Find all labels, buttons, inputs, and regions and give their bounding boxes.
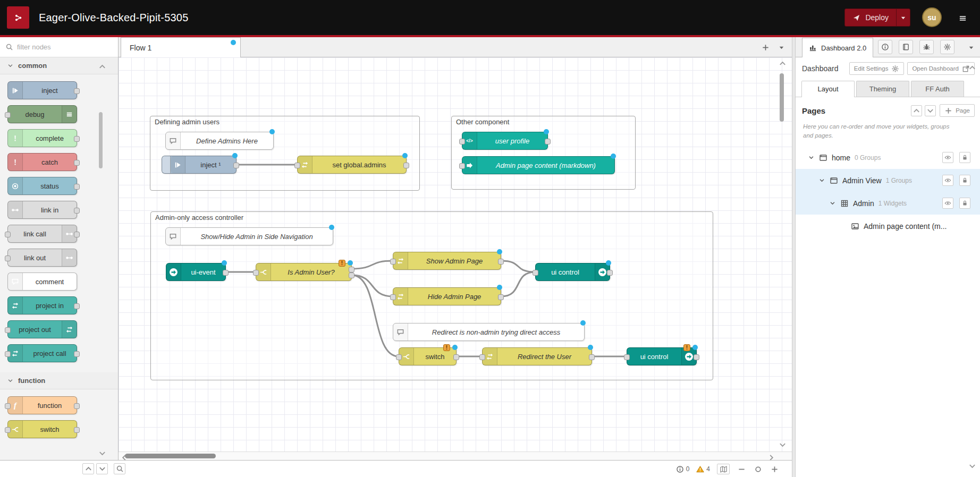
h-scrollbar-thumb[interactable] [125, 454, 216, 458]
palette-scroll-down-icon[interactable] [98, 449, 106, 457]
open-dashboard-button[interactable]: Open Dashboard [907, 62, 975, 75]
flow-node-comment-define-admins[interactable]: Define Admins Here [165, 132, 274, 150]
lock-button[interactable] [959, 175, 970, 186]
flow-node-ui-control-1[interactable]: ui control [535, 263, 610, 281]
flow-node-set-global-admins[interactable]: set global.admins [297, 156, 407, 174]
visibility-button[interactable] [942, 175, 953, 186]
minimap-button[interactable] [717, 464, 730, 474]
tab-ff-auth[interactable]: FF Auth [911, 81, 964, 97]
input-port[interactable] [5, 255, 11, 261]
input-port[interactable] [5, 232, 11, 237]
input-port[interactable] [253, 270, 259, 276]
canvas-vertical-scrollbar[interactable] [780, 73, 784, 122]
palette-scrollbar[interactable] [99, 112, 103, 168]
deploy-options-button[interactable] [896, 9, 910, 26]
palette-node-catch[interactable]: catch [7, 153, 77, 171]
flow-node-admin-page-content[interactable]: Admin page content (markdown) [462, 156, 615, 174]
output-port[interactable] [74, 403, 80, 409]
wire[interactable] [501, 272, 535, 296]
palette-node-link-call[interactable]: link call [7, 225, 77, 243]
move-up-button[interactable] [911, 105, 922, 116]
input-port[interactable] [396, 354, 402, 360]
chevron-down-icon[interactable] [830, 200, 836, 206]
zoom-in-button[interactable] [770, 464, 779, 474]
zoom-out-button[interactable] [737, 464, 746, 474]
input-port[interactable] [533, 270, 538, 276]
output-port[interactable] [233, 163, 239, 168]
output-port[interactable] [74, 303, 80, 309]
main-menu-button[interactable] [954, 11, 970, 25]
input-port[interactable] [390, 294, 396, 300]
output-port[interactable] [74, 232, 80, 237]
output-port[interactable] [74, 160, 80, 166]
tab-theming[interactable]: Theming [856, 81, 909, 97]
wire[interactable] [352, 275, 399, 356]
flow-node-show-admin-page[interactable]: Show Admin Page [393, 252, 501, 270]
output-port[interactable] [74, 136, 80, 142]
palette-node-comment[interactable]: comment [7, 272, 77, 291]
collapse-up-button[interactable] [82, 463, 94, 474]
user-avatar[interactable]: su [922, 7, 942, 27]
input-port[interactable] [5, 403, 11, 409]
flow-canvas[interactable]: Defining admin usersOther componentAdmin… [119, 57, 792, 452]
palette-scroll-up-icon[interactable] [98, 63, 106, 71]
sidebar-tabs-menu-button[interactable] [967, 44, 975, 52]
flow-node-comment-show-hide[interactable]: Show/Hide Admin in Side Navigation [165, 227, 333, 245]
tab-dashboard-2[interactable]: Dashboard 2.0 [802, 38, 873, 57]
output-port[interactable] [545, 139, 551, 144]
sidebar-splitter[interactable] [792, 37, 796, 477]
lock-button[interactable] [959, 198, 970, 209]
inject-trigger-button[interactable] [162, 156, 171, 173]
output-port[interactable] [607, 270, 613, 276]
sidebar-scroll-up-icon[interactable] [968, 64, 976, 72]
palette-node-complete[interactable]: complete [7, 129, 77, 147]
move-down-button[interactable] [925, 105, 936, 116]
flow-node-switch[interactable]: switch! [399, 347, 457, 365]
edit-settings-button[interactable]: Edit Settings [849, 62, 905, 75]
flow-node-comment-redirect[interactable]: Redirect is non-admin trying direct acce… [393, 323, 585, 341]
settings-button[interactable] [940, 40, 954, 54]
footer-search-button[interactable] [114, 463, 125, 474]
input-port[interactable] [5, 327, 11, 333]
visibility-button[interactable] [942, 152, 953, 163]
input-port[interactable] [5, 351, 11, 357]
output-port[interactable] [223, 270, 229, 276]
palette-node-link-out[interactable]: link out [7, 249, 77, 267]
output-port[interactable] [498, 294, 504, 300]
input-port[interactable] [459, 163, 465, 169]
input-port[interactable] [5, 427, 11, 433]
chevron-down-icon[interactable] [819, 177, 825, 183]
notifications-info[interactable]: 0 [676, 465, 690, 473]
output-port[interactable] [74, 351, 80, 357]
page-tree-row-admin[interactable]: Admin1 Widgets [796, 192, 980, 215]
palette-node-project-out[interactable]: project out [7, 320, 77, 338]
flow-node-ui-event[interactable]: ui-event [166, 263, 226, 281]
canvas-horizontal-scrollbar[interactable] [119, 452, 792, 460]
debug-button[interactable] [919, 40, 934, 54]
input-port[interactable] [459, 139, 465, 144]
palette-node-inject[interactable]: inject [7, 81, 77, 99]
wire[interactable] [352, 275, 393, 296]
page-tree-row-admin-view[interactable]: Admin View1 Groups [796, 169, 980, 192]
palette-node-switch[interactable]: switch [7, 420, 77, 438]
notifications-warning[interactable]: 4 [696, 465, 710, 473]
palette-node-project-in[interactable]: project in [7, 296, 77, 314]
output-port[interactable] [74, 427, 80, 433]
output-port[interactable] [74, 88, 80, 94]
input-port[interactable] [479, 354, 485, 360]
output-port[interactable] [74, 184, 80, 190]
flow-node-inject[interactable]: inject ¹ [162, 156, 236, 174]
add-flow-button[interactable] [759, 41, 772, 54]
input-port[interactable] [5, 112, 11, 118]
deploy-button[interactable]: Deploy [844, 8, 910, 27]
palette-search-input[interactable] [17, 43, 113, 51]
palette-node-function[interactable]: ffunction [7, 396, 77, 414]
input-port[interactable] [294, 163, 300, 168]
collapse-down-button[interactable] [96, 463, 108, 474]
output-port[interactable] [453, 354, 459, 360]
flow-node-is-admin-user[interactable]: Is Admin User?! [256, 263, 352, 281]
flow-node-redirect-the-user[interactable]: Redirect the User [482, 347, 592, 365]
palette-category-function[interactable]: function [0, 372, 118, 389]
sidebar-scroll-down-icon[interactable] [968, 462, 976, 470]
visibility-button[interactable] [942, 198, 953, 209]
